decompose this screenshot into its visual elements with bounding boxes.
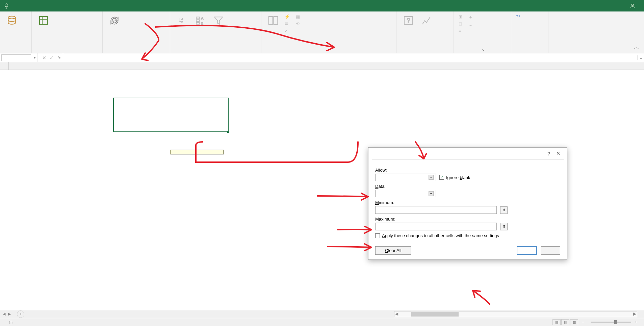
relationships-button[interactable]: ⟲ [294, 21, 303, 27]
analyze-group-label [515, 51, 545, 52]
sort-button[interactable]: AZ [192, 14, 209, 29]
share-button[interactable] [623, 3, 644, 8]
ribbon-collapse-icon[interactable]: ︿ [634, 44, 639, 51]
data-validation-dialog: ? ✕ Allow: ▾ ✓Ignore blank Data: ▾ Minim… [368, 147, 567, 260]
zoom-slider[interactable] [591, 322, 631, 323]
zoom-in-button[interactable]: ＋ [634, 319, 638, 325]
ok-button[interactable] [517, 246, 537, 255]
horizontal-scrollbar[interactable]: ◀ ▶ [394, 311, 637, 317]
namebox-dropdown-icon[interactable]: ▼ [32, 56, 37, 59]
what-if-icon: ? [403, 15, 414, 26]
group-button[interactable]: ⊞ [457, 14, 466, 20]
new-query-icon [38, 15, 49, 26]
normal-view-button[interactable]: ▦ [552, 319, 561, 325]
data-tools-group-label [265, 51, 393, 52]
text-to-columns-button[interactable] [265, 14, 282, 29]
data-select[interactable]: ▾ [375, 190, 436, 197]
validation-icon: ✓ [284, 28, 288, 33]
ribbon: AZ AZ ⚡ ▤ ✓ ▦ [0, 11, 644, 53]
solver-icon: ?⁺ [516, 14, 521, 19]
svg-rect-6 [196, 17, 199, 19]
maximum-label: imum: [384, 217, 395, 222]
refresh-all-button[interactable] [106, 14, 123, 29]
cancel-formula-icon[interactable]: ✕ [41, 55, 48, 60]
new-query-button[interactable] [35, 14, 52, 29]
svg-rect-12 [274, 17, 278, 25]
filter-icon [213, 15, 224, 26]
name-box[interactable] [1, 54, 31, 61]
relationships-icon: ⟲ [296, 21, 300, 26]
status-bar: ▢ ▦ ▤ ▥ － ＋ [0, 318, 644, 326]
forecast-sheet-button[interactable] [418, 14, 435, 29]
flash-fill-button[interactable]: ⚡ [283, 14, 293, 20]
what-if-button[interactable]: ? [400, 14, 417, 29]
subtotal-button[interactable]: ≡ [457, 28, 466, 34]
svg-rect-8 [196, 22, 199, 24]
subtotal-icon: ≡ [459, 28, 461, 33]
minimum-label: inimum: [379, 200, 394, 205]
tell-me[interactable] [3, 3, 11, 9]
forecast-group-label [400, 51, 450, 52]
enter-formula-icon[interactable]: ✓ [48, 55, 55, 60]
duplicates-icon: ▤ [284, 21, 288, 26]
apply-all-checkbox[interactable]: Apply these changes to all other cells w… [375, 233, 560, 238]
data-validation-button[interactable]: ✓ [283, 28, 293, 34]
filter-button[interactable] [210, 14, 227, 29]
forecast-icon [421, 15, 432, 26]
svg-rect-7 [196, 20, 199, 21]
add-sheet-button[interactable]: ＋ [17, 310, 24, 318]
sort-icon: AZ [195, 15, 206, 26]
svg-text:?: ? [407, 18, 410, 23]
svg-text:Z: Z [181, 21, 183, 24]
consolidate-button[interactable]: ▦ [294, 14, 303, 20]
ignore-blank-checkbox[interactable]: ✓Ignore blank [439, 175, 470, 180]
dialog-close-icon[interactable]: ✕ [553, 150, 563, 156]
expand-icon[interactable]: ＋ [467, 14, 474, 21]
svg-rect-11 [269, 17, 273, 25]
connections-group-label [106, 51, 166, 52]
sort-az-icon: AZ [176, 15, 188, 26]
sort-filter-group-label [174, 51, 258, 52]
sort-az-button[interactable]: AZ [174, 14, 190, 29]
validation-tooltip [170, 150, 224, 154]
ungroup-button[interactable]: ⊟ [457, 21, 466, 27]
formula-expand-icon[interactable]: ⌄ [637, 55, 644, 60]
sheet-nav-next-icon[interactable]: ▶ [8, 312, 11, 316]
flash-icon: ⚡ [284, 14, 290, 19]
clear-all-button[interactable]: Clear All [375, 246, 411, 255]
get-external-data-button[interactable] [3, 14, 20, 29]
formula-input[interactable] [63, 53, 637, 62]
svg-point-1 [632, 4, 633, 6]
page-break-view-button[interactable]: ▥ [570, 319, 578, 325]
group-icon: ⊞ [459, 14, 462, 19]
chevron-down-icon: ▾ [429, 191, 434, 196]
max-ref-icon[interactable]: ⬆ [500, 223, 508, 230]
svg-point-0 [5, 4, 8, 7]
fx-icon[interactable]: fx [55, 55, 63, 60]
minimum-input[interactable] [375, 206, 497, 214]
menu-bar [0, 0, 644, 11]
cancel-button[interactable] [541, 246, 560, 255]
select-all-corner[interactable] [0, 62, 9, 70]
remove-duplicates-button[interactable]: ▤ [283, 21, 293, 27]
sheet-nav-prev-icon[interactable]: ◀ [3, 312, 5, 316]
macro-record-icon[interactable]: ▢ [9, 320, 12, 325]
data-label: ata: [378, 184, 386, 189]
refresh-icon [109, 15, 120, 26]
text-to-columns-icon [267, 15, 279, 26]
zoom-out-button[interactable]: － [581, 319, 585, 325]
maximum-input[interactable] [375, 223, 497, 230]
page-layout-view-button[interactable]: ▤ [561, 319, 569, 325]
min-ref-icon[interactable]: ⬆ [500, 206, 508, 214]
solver-button[interactable]: ?⁺ [515, 14, 524, 20]
formula-bar: ▼ ✕ ✓ fx ⌄ [0, 53, 644, 62]
ungroup-icon: ⊟ [459, 21, 462, 26]
svg-text:Z: Z [201, 22, 203, 25]
allow-select[interactable]: ▾ [375, 174, 436, 181]
selected-cell[interactable] [113, 98, 228, 132]
allow-label: llow: [378, 168, 387, 173]
collapse-icon[interactable]: － [467, 22, 474, 29]
svg-text:A: A [181, 18, 183, 21]
svg-rect-3 [40, 17, 48, 25]
dialog-help-icon[interactable]: ? [544, 151, 553, 156]
